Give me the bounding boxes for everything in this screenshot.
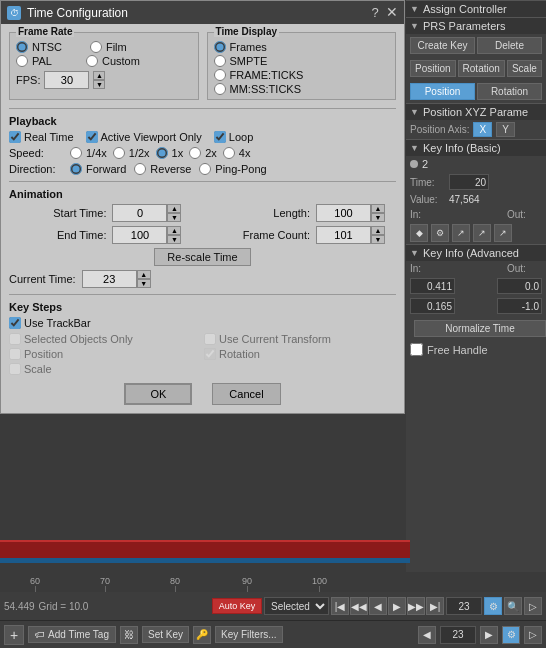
ping-pong-radio[interactable] bbox=[199, 163, 211, 175]
next-button[interactable]: ▷ bbox=[524, 597, 542, 615]
length-down[interactable]: ▼ bbox=[371, 213, 385, 222]
go-end-button[interactable]: ▶| bbox=[426, 597, 444, 615]
scale-option[interactable]: Scale bbox=[9, 363, 201, 375]
film-radio[interactable] bbox=[90, 41, 102, 53]
rotation-option[interactable]: Rotation bbox=[204, 348, 396, 360]
forward-radio[interactable] bbox=[70, 163, 82, 175]
use-trackbar-checkbox[interactable] bbox=[9, 317, 21, 329]
key-icon-5[interactable]: ↗ bbox=[494, 224, 512, 242]
frame-ticks-radio[interactable] bbox=[214, 69, 226, 81]
current-time-input[interactable] bbox=[82, 270, 137, 288]
frame-number-input[interactable] bbox=[440, 626, 476, 644]
smpte-radio[interactable] bbox=[214, 55, 226, 67]
scale-prs-button[interactable]: Scale bbox=[507, 60, 542, 77]
search-button[interactable]: 🔍 bbox=[504, 597, 522, 615]
free-handle-checkbox[interactable] bbox=[410, 343, 423, 356]
adv-out1-input[interactable] bbox=[497, 278, 542, 294]
adv-in1-input[interactable] bbox=[410, 278, 455, 294]
end-down[interactable]: ▼ bbox=[167, 235, 181, 244]
fps-input[interactable] bbox=[44, 71, 89, 89]
frames-radio[interactable] bbox=[214, 41, 226, 53]
pal-option[interactable]: PAL Custom bbox=[16, 55, 192, 67]
start-time-input[interactable] bbox=[112, 204, 167, 222]
position-checkbox[interactable] bbox=[9, 348, 21, 360]
position-option[interactable]: Position bbox=[9, 348, 201, 360]
next-frame-button[interactable]: ▶ bbox=[480, 626, 498, 644]
selected-dropdown[interactable]: Selected bbox=[264, 597, 329, 615]
use-trackbar-option[interactable]: Use TrackBar bbox=[9, 317, 396, 329]
loop-toggle-button[interactable]: ⚙ bbox=[484, 597, 502, 615]
speed-1x-radio[interactable] bbox=[156, 147, 168, 159]
axis-x-button[interactable]: X bbox=[473, 122, 492, 137]
speed-2x-radio[interactable] bbox=[189, 147, 201, 159]
pal-radio[interactable] bbox=[16, 55, 28, 67]
create-key-button[interactable]: Create Key bbox=[410, 37, 475, 54]
ok-button[interactable]: OK bbox=[124, 383, 192, 405]
adv-in2-input[interactable] bbox=[410, 298, 455, 314]
chain-button[interactable]: ⛓ bbox=[120, 626, 138, 644]
adv-out2-input[interactable] bbox=[497, 298, 542, 314]
play-back-button[interactable]: ◀ bbox=[369, 597, 387, 615]
active-viewport-checkbox[interactable] bbox=[86, 131, 98, 143]
ntsc-radio[interactable] bbox=[16, 41, 28, 53]
framecount-up[interactable]: ▲ bbox=[371, 226, 385, 235]
realtime-checkbox[interactable] bbox=[9, 131, 21, 143]
add-plus-button[interactable]: + bbox=[4, 625, 24, 645]
mmss-radio[interactable] bbox=[214, 83, 226, 95]
cancel-button[interactable]: Cancel bbox=[212, 383, 280, 405]
loop-checkbox[interactable] bbox=[214, 131, 226, 143]
realtime-option[interactable]: Real Time bbox=[9, 131, 74, 143]
go-start-button[interactable]: |◀ bbox=[331, 597, 349, 615]
auto-key-button[interactable]: Auto Key bbox=[212, 598, 262, 614]
smpte-option[interactable]: SMPTE bbox=[214, 55, 390, 67]
key-icon-1[interactable]: ◆ bbox=[410, 224, 428, 242]
rescale-button[interactable]: Re-scale Time bbox=[154, 248, 250, 266]
play-fwd-button[interactable]: ▶▶ bbox=[407, 597, 425, 615]
key-filters-button[interactable]: Key Filters... bbox=[215, 626, 283, 643]
use-current-transform-checkbox[interactable] bbox=[204, 333, 216, 345]
frame-count-input[interactable] bbox=[316, 226, 371, 244]
use-current-transform-option[interactable]: Use Current Transform bbox=[204, 333, 396, 345]
reverse-radio[interactable] bbox=[134, 163, 146, 175]
add-time-tag-button[interactable]: 🏷 Add Time Tag bbox=[28, 626, 116, 643]
loop-option[interactable]: Loop bbox=[214, 131, 253, 143]
end-time-input[interactable] bbox=[112, 226, 167, 244]
delete-button[interactable]: Delete bbox=[477, 37, 542, 54]
frame-ticks-option[interactable]: FRAME:TICKS bbox=[214, 69, 390, 81]
set-key-icon-button[interactable]: 🔑 bbox=[193, 626, 211, 644]
play-button[interactable]: ▶ bbox=[388, 597, 406, 615]
curtime-down[interactable]: ▼ bbox=[137, 279, 151, 288]
rotation-checkbox[interactable] bbox=[204, 348, 216, 360]
length-input[interactable] bbox=[316, 204, 371, 222]
mmss-ticks-option[interactable]: MM:SS:TICKS bbox=[214, 83, 390, 95]
start-down[interactable]: ▼ bbox=[167, 213, 181, 222]
tab-rotation-button[interactable]: Rotation bbox=[477, 83, 542, 100]
help-button[interactable]: ? bbox=[371, 5, 378, 20]
framecount-down[interactable]: ▼ bbox=[371, 235, 385, 244]
length-up[interactable]: ▲ bbox=[371, 204, 385, 213]
scale-checkbox[interactable] bbox=[9, 363, 21, 375]
position-prs-button[interactable]: Position bbox=[410, 60, 456, 77]
speed-quarter-radio[interactable] bbox=[70, 147, 82, 159]
prev-key-button[interactable]: ◀◀ bbox=[350, 597, 368, 615]
rotation-prs-button[interactable]: Rotation bbox=[458, 60, 505, 77]
time-input[interactable] bbox=[449, 174, 489, 190]
curtime-up[interactable]: ▲ bbox=[137, 270, 151, 279]
frames-option[interactable]: Frames bbox=[214, 41, 390, 53]
ntsc-option[interactable]: NTSC Film bbox=[16, 41, 192, 53]
fps-down[interactable]: ▼ bbox=[93, 80, 105, 89]
fps-up[interactable]: ▲ bbox=[93, 71, 105, 80]
speed-4x-radio[interactable] bbox=[223, 147, 235, 159]
settings-button[interactable]: ⚙ bbox=[502, 626, 520, 644]
key-icon-4[interactable]: ↗ bbox=[473, 224, 491, 242]
prev-frame-button[interactable]: ◀ bbox=[418, 626, 436, 644]
selected-objects-option[interactable]: Selected Objects Only bbox=[9, 333, 201, 345]
key-icon-2[interactable]: ⚙ bbox=[431, 224, 449, 242]
axis-y-button[interactable]: Y bbox=[496, 122, 515, 137]
tab-position-button[interactable]: Position bbox=[410, 83, 475, 100]
end-up[interactable]: ▲ bbox=[167, 226, 181, 235]
current-frame-input[interactable] bbox=[446, 597, 482, 615]
speed-half-radio[interactable] bbox=[113, 147, 125, 159]
expand-button[interactable]: ▷ bbox=[524, 626, 542, 644]
selected-objects-checkbox[interactable] bbox=[9, 333, 21, 345]
